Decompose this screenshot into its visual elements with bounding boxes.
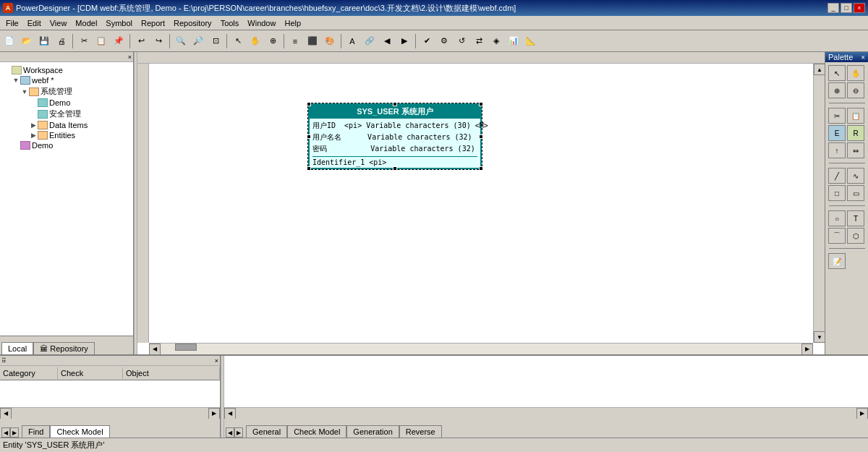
handle-bm[interactable] bbox=[393, 166, 397, 171]
tree-item-demo2[interactable]: Demo bbox=[3, 140, 130, 150]
maximize-button[interactable]: □ bbox=[841, 3, 852, 13]
scroll-h-track[interactable] bbox=[161, 344, 801, 354]
menu-help[interactable]: Help bbox=[280, 17, 305, 29]
bottom-left-close[interactable]: × bbox=[215, 357, 220, 364]
toolbar-save[interactable]: 💾 bbox=[36, 33, 52, 49]
toolbar-nav-back[interactable]: ◀ bbox=[379, 33, 395, 49]
canvas-main[interactable]: SYS_USER 系统用户 用户ID <pi> Variable charact… bbox=[149, 64, 813, 343]
toolbar-report[interactable]: 📊 bbox=[506, 33, 522, 49]
menu-view[interactable]: View bbox=[46, 17, 72, 29]
toolbar-cut[interactable]: ✂ bbox=[76, 33, 92, 49]
palette-entity-tool[interactable]: E bbox=[828, 125, 846, 141]
bottom-scroll-right[interactable]: ▶ bbox=[208, 408, 220, 419]
tab-generation[interactable]: Generation bbox=[346, 425, 399, 438]
scroll-h-thumb[interactable] bbox=[175, 344, 197, 351]
palette-rect-tool[interactable]: □ bbox=[828, 185, 846, 201]
toolbar-hand[interactable]: ✋ bbox=[247, 33, 263, 49]
handle-ml[interactable] bbox=[307, 135, 311, 139]
palette-assoc-tool[interactable]: ⇔ bbox=[847, 142, 864, 158]
handle-bl[interactable] bbox=[307, 166, 311, 171]
palette-cut-tool[interactable]: ✂ bbox=[828, 108, 846, 124]
toolbar-open[interactable]: 📂 bbox=[19, 33, 35, 49]
toolbar-magnify[interactable]: ⊕ bbox=[265, 33, 281, 49]
palette-line-tool[interactable]: ╱ bbox=[828, 168, 846, 184]
title-bar-controls[interactable]: _ □ × bbox=[827, 3, 865, 13]
bottom-right-tab-prev[interactable]: ◀ bbox=[226, 427, 234, 438]
menu-model[interactable]: Model bbox=[71, 17, 101, 29]
bottom-right-tab-next[interactable]: ▶ bbox=[234, 427, 243, 438]
menu-repository[interactable]: Repository bbox=[169, 17, 216, 29]
tab-local[interactable]: Local bbox=[1, 342, 33, 354]
tree-item-dataitems[interactable]: ▶ Data Items bbox=[3, 120, 130, 130]
toolbar-new[interactable]: 📄 bbox=[1, 33, 17, 49]
palette-hand-tool[interactable]: ✋ bbox=[847, 65, 864, 81]
handle-tm[interactable] bbox=[393, 102, 397, 106]
handle-tl[interactable] bbox=[307, 102, 311, 106]
palette-curve-tool[interactable]: ∿ bbox=[847, 168, 864, 184]
toolbar-undo[interactable]: ↩ bbox=[133, 33, 149, 49]
scroll-up-btn[interactable]: ▲ bbox=[814, 64, 825, 75]
entity-box[interactable]: SYS_USER 系统用户 用户ID <pi> Variable charact… bbox=[308, 103, 482, 169]
toolbar-compare[interactable]: ⇄ bbox=[471, 33, 487, 49]
canvas-scrollbar-v[interactable]: ▲ ▼ bbox=[813, 64, 825, 343]
palette-note-tool[interactable]: 📝 bbox=[828, 253, 846, 269]
bottom-tab-prev[interactable]: ◀ bbox=[1, 427, 10, 438]
bottom-scroll-left[interactable]: ◀ bbox=[0, 408, 12, 419]
palette-select-tool[interactable]: ↖ bbox=[828, 65, 846, 81]
palette-roundrect-tool[interactable]: ▭ bbox=[847, 185, 864, 201]
toolbar-select[interactable]: ↖ bbox=[230, 33, 246, 49]
toolbar-impact[interactable]: ◈ bbox=[488, 33, 504, 49]
tab-check-model-right[interactable]: Check Model bbox=[287, 425, 346, 438]
tree-item-webf[interactable]: ▼ webf * bbox=[3, 75, 130, 85]
close-button[interactable]: × bbox=[854, 3, 865, 13]
scroll-left-btn[interactable]: ◀ bbox=[149, 344, 161, 355]
bottom-tab-next[interactable]: ▶ bbox=[10, 427, 19, 438]
toolbar-copy[interactable]: 📋 bbox=[93, 33, 109, 49]
scroll-right-btn[interactable]: ▶ bbox=[801, 344, 813, 355]
palette-arc-tool[interactable]: ⌒ bbox=[828, 228, 846, 244]
tab-check-model-left[interactable]: Check Model bbox=[50, 425, 109, 438]
toolbar-fit[interactable]: ⊡ bbox=[208, 33, 224, 49]
tab-find[interactable]: Find bbox=[22, 425, 50, 438]
tree-item-entities[interactable]: ▶ Entities bbox=[3, 130, 130, 140]
palette-inh-tool[interactable]: ↑ bbox=[828, 142, 846, 158]
menu-tools[interactable]: Tools bbox=[216, 17, 244, 29]
palette-rel-tool[interactable]: R bbox=[847, 125, 864, 141]
palette-zoom-in-tool[interactable]: ⊕ bbox=[828, 82, 846, 98]
tree-item-workspace[interactable]: Workspace bbox=[3, 65, 130, 75]
toolbar-format[interactable]: ⬛ bbox=[305, 33, 320, 49]
toolbar-zoom-out[interactable]: 🔎 bbox=[190, 33, 206, 49]
palette-zoom-out-tool[interactable]: ⊖ bbox=[847, 82, 864, 98]
scroll-down-btn[interactable]: ▼ bbox=[814, 331, 825, 343]
tree-item-security[interactable]: 安全管理 bbox=[3, 108, 130, 120]
handle-tr[interactable] bbox=[479, 102, 483, 106]
tree-item-sys[interactable]: ▼ 系统管理 bbox=[3, 85, 130, 98]
toolbar-color[interactable]: 🎨 bbox=[322, 33, 338, 49]
toolbar-align[interactable]: ≡ bbox=[287, 33, 303, 49]
tab-reverse[interactable]: Reverse bbox=[399, 425, 442, 438]
menu-edit[interactable]: Edit bbox=[23, 17, 46, 29]
tab-repository[interactable]: 🏛 Repository bbox=[33, 342, 95, 354]
bottom-right-scroll-left[interactable]: ◀ bbox=[224, 408, 236, 419]
minimize-button[interactable]: _ bbox=[827, 3, 839, 13]
toolbar-model[interactable]: 📐 bbox=[523, 33, 539, 49]
bottom-right-scrollbar[interactable]: ◀ ▶ bbox=[224, 407, 868, 419]
menu-report[interactable]: Report bbox=[137, 17, 169, 29]
toolbar-print[interactable]: 🖨 bbox=[54, 33, 69, 49]
toolbar-link[interactable]: 🔗 bbox=[362, 33, 378, 49]
toolbar-redo[interactable]: ↪ bbox=[150, 33, 166, 49]
palette-polygon-tool[interactable]: ⬡ bbox=[847, 228, 864, 244]
handle-br[interactable] bbox=[479, 166, 483, 171]
panel-close-icon[interactable]: × bbox=[128, 54, 132, 61]
canvas-scrollbar-h[interactable]: ◀ ▶ bbox=[149, 343, 813, 354]
menu-file[interactable]: File bbox=[1, 17, 23, 29]
palette-ellipse-tool[interactable]: ○ bbox=[828, 210, 846, 226]
toolbar-rev[interactable]: ↺ bbox=[454, 33, 469, 49]
toolbar-gen[interactable]: ⚙ bbox=[436, 33, 452, 49]
menu-symbol[interactable]: Symbol bbox=[101, 17, 137, 29]
menu-window[interactable]: Window bbox=[243, 17, 280, 29]
bottom-scrollbar[interactable]: ◀ ▶ bbox=[0, 407, 220, 419]
palette-copy-tool[interactable]: 📋 bbox=[847, 108, 864, 124]
bottom-right-scroll-right[interactable]: ▶ bbox=[856, 408, 868, 419]
toolbar-zoom-in[interactable]: 🔍 bbox=[173, 33, 189, 49]
